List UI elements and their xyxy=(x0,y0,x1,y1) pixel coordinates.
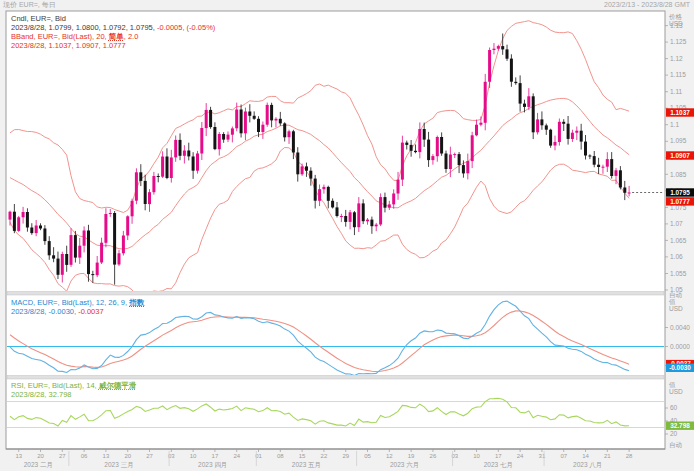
svg-text:1.06: 1.06 xyxy=(670,253,683,260)
svg-text:12: 12 xyxy=(386,453,393,459)
svg-text:2023 八月: 2023 八月 xyxy=(573,461,602,469)
svg-text:27: 27 xyxy=(59,453,66,459)
svg-text:1.13: 1.13 xyxy=(670,22,683,29)
svg-text:2023 四月: 2023 四月 xyxy=(198,461,227,469)
svg-text:13: 13 xyxy=(103,453,110,459)
svg-text:USD: USD xyxy=(669,305,683,312)
svg-text:2023 七月: 2023 七月 xyxy=(484,461,513,469)
svg-text:14: 14 xyxy=(582,453,589,459)
svg-text:USD: USD xyxy=(669,388,683,395)
svg-text:10: 10 xyxy=(190,453,197,459)
svg-text:26: 26 xyxy=(430,453,437,459)
svg-text:1.055: 1.055 xyxy=(670,270,687,277)
macd-type-link[interactable]: 指数 xyxy=(129,298,144,307)
chart-canvas[interactable]: 价格USD1.051.0551.061.0651.071.0751.081.08… xyxy=(0,0,694,471)
bband-ma-type-link[interactable]: 简单 xyxy=(109,32,124,41)
svg-text:08: 08 xyxy=(277,453,284,459)
svg-text:20: 20 xyxy=(670,430,678,437)
svg-text:1.12: 1.12 xyxy=(670,55,683,62)
svg-text:22: 22 xyxy=(321,453,328,459)
svg-text:1.11: 1.11 xyxy=(670,88,683,95)
svg-text:07: 07 xyxy=(560,453,567,459)
svg-text:1.065: 1.065 xyxy=(670,237,687,244)
svg-text:10: 10 xyxy=(473,453,480,459)
svg-text:2023 六月: 2023 六月 xyxy=(390,461,419,469)
svg-text:1.1037: 1.1037 xyxy=(670,109,690,116)
svg-text:1.0907: 1.0907 xyxy=(670,152,690,159)
chart-window: 现价 EUR=, 每日 2023/2/13 - 2023/8/28 GMT 价格… xyxy=(0,0,694,471)
panel-divider[interactable] xyxy=(7,292,664,296)
svg-text:27: 27 xyxy=(146,453,153,459)
svg-text:06: 06 xyxy=(81,453,88,459)
svg-text:1.0777: 1.0777 xyxy=(670,198,690,205)
svg-text:2023 二月: 2023 二月 xyxy=(24,461,53,469)
svg-text:15: 15 xyxy=(299,453,306,459)
panel-divider[interactable] xyxy=(7,376,664,380)
svg-text:17: 17 xyxy=(212,453,219,459)
svg-text:20: 20 xyxy=(124,453,131,459)
svg-text:05: 05 xyxy=(364,453,371,459)
svg-text:32.798: 32.798 xyxy=(670,422,690,429)
svg-text:31: 31 xyxy=(539,453,546,459)
svg-text:值: 值 xyxy=(669,298,676,305)
rsi-smoothing-link[interactable]: 威尔德平滑 xyxy=(99,381,137,390)
svg-text:1.1: 1.1 xyxy=(670,121,679,128)
svg-text:17: 17 xyxy=(495,453,502,459)
svg-text:值: 值 xyxy=(669,381,676,388)
svg-text:0.0040: 0.0040 xyxy=(670,324,690,331)
macd-axis[interactable]: 值USD0.00400.0000-0.0040-0.0037-0.0030 xyxy=(665,298,694,372)
svg-text:1.125: 1.125 xyxy=(670,38,687,45)
svg-text:2023 三月: 2023 三月 xyxy=(104,461,133,469)
svg-text:24: 24 xyxy=(517,453,524,459)
rsi-axis[interactable]: 值USD604020自动32.798 xyxy=(665,381,694,449)
svg-text:24: 24 xyxy=(233,453,240,459)
svg-text:-0.0030: -0.0030 xyxy=(669,364,691,371)
price-axis[interactable]: 价格USD1.051.0551.061.0651.071.0751.081.08… xyxy=(665,13,694,299)
svg-text:1.07: 1.07 xyxy=(670,220,683,227)
svg-text:1.0795: 1.0795 xyxy=(670,189,690,196)
svg-text:60: 60 xyxy=(670,404,678,411)
svg-text:1.115: 1.115 xyxy=(670,71,686,78)
svg-text:13: 13 xyxy=(15,453,22,459)
svg-text:20: 20 xyxy=(37,453,44,459)
time-axis[interactable]: 1320270613202703101724010815222905121926… xyxy=(6,449,665,469)
svg-text:21: 21 xyxy=(604,453,611,459)
svg-text:1.095: 1.095 xyxy=(670,137,687,144)
svg-text:19: 19 xyxy=(408,453,415,459)
svg-text:0.0000: 0.0000 xyxy=(670,343,690,350)
svg-text:自动: 自动 xyxy=(669,441,682,449)
svg-text:1.085: 1.085 xyxy=(670,171,687,178)
svg-text:29: 29 xyxy=(342,453,349,459)
svg-text:28: 28 xyxy=(626,453,633,459)
svg-text:2023 五月: 2023 五月 xyxy=(292,461,321,469)
